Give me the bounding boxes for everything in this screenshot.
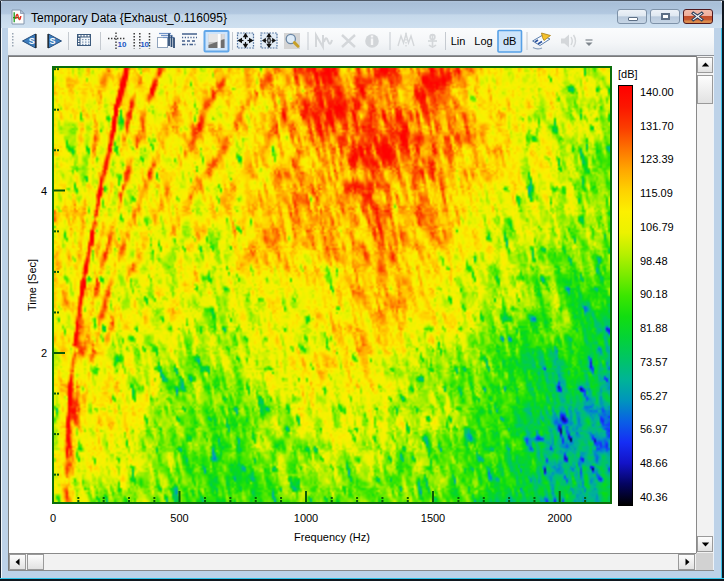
svg-text:S: S <box>50 36 56 46</box>
svg-text:Lin: Lin <box>451 35 466 47</box>
svg-text:10: 10 <box>118 40 127 49</box>
svg-text:10: 10 <box>140 40 149 49</box>
svg-text:S: S <box>29 36 35 46</box>
svg-text:dB: dB <box>503 35 516 47</box>
svg-text:Log: Log <box>474 35 492 47</box>
